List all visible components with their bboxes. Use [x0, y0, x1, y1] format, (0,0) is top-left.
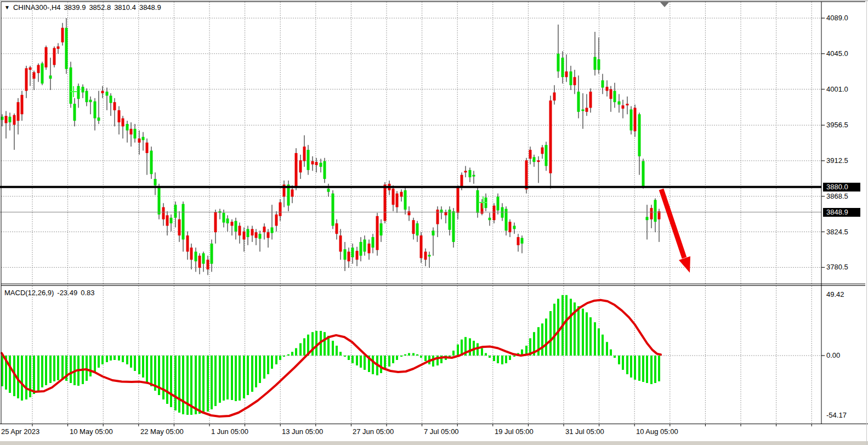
- candle-body: [646, 217, 649, 220]
- macd-bar: [219, 356, 221, 403]
- macd-bar: [392, 356, 394, 363]
- macd-bar: [299, 343, 302, 356]
- symbol-dropdown-icon: ▼: [4, 4, 10, 11]
- candle-body: [154, 179, 157, 185]
- candle-body: [473, 175, 475, 177]
- candle-body: [570, 71, 572, 85]
- candle-body: [142, 137, 145, 140]
- candle-body: [372, 237, 375, 247]
- macd-bar: [267, 356, 269, 374]
- candle-body: [295, 153, 298, 187]
- candle-body: [259, 234, 262, 239]
- candle-body: [251, 229, 254, 235]
- macd-bar: [424, 356, 427, 361]
- ohlc-open: 3839.9: [64, 3, 86, 12]
- macd-bar: [630, 356, 632, 378]
- candle-body: [182, 204, 185, 240]
- candle-body: [445, 212, 447, 215]
- macd-bar: [545, 319, 547, 356]
- macd-bar: [33, 356, 35, 394]
- macd-bar: [259, 356, 261, 383]
- candle-body: [223, 213, 225, 223]
- candle-body: [565, 71, 568, 77]
- macd-bar: [336, 346, 338, 356]
- candle-body: [13, 115, 16, 125]
- macd-bar: [182, 356, 184, 414]
- macd-bar: [570, 299, 572, 356]
- macd-bar: [501, 356, 503, 364]
- macd-bar: [457, 345, 459, 356]
- candle-body: [186, 235, 189, 251]
- candle-body: [134, 129, 137, 139]
- candle-body: [150, 151, 153, 174]
- candle-body: [114, 102, 116, 110]
- candle-body: [537, 160, 540, 162]
- candle-body: [33, 72, 36, 79]
- ohlc-close: 3848.9: [139, 3, 161, 12]
- candle-body: [618, 102, 621, 105]
- candle-body: [404, 190, 407, 210]
- candle-body: [29, 67, 32, 70]
- candle-body: [82, 87, 84, 92]
- candle-body: [420, 235, 423, 258]
- macd-bar: [263, 356, 265, 379]
- candle-body: [263, 227, 266, 232]
- macd-bar: [291, 352, 293, 356]
- macd-bar: [61, 356, 64, 380]
- candle-body: [70, 67, 72, 104]
- candle-body: [162, 207, 165, 219]
- macd-bar: [650, 356, 653, 384]
- macd-bar: [170, 356, 172, 407]
- macd-bar: [122, 356, 124, 362]
- candle-body: [457, 188, 459, 213]
- macd-bar: [255, 356, 257, 387]
- macd-bar: [489, 356, 491, 358]
- candle-body: [17, 102, 20, 121]
- macd-bar: [557, 299, 559, 356]
- macd-bar: [380, 356, 382, 373]
- candle-body: [98, 117, 100, 121]
- candle-body: [384, 184, 387, 221]
- macd-bar: [606, 342, 608, 356]
- candle-body: [271, 227, 274, 233]
- candle-body: [158, 187, 161, 215]
- macd-bar: [400, 356, 402, 357]
- candle-body: [376, 216, 379, 250]
- candle-body: [557, 54, 560, 71]
- macd-bar: [324, 332, 326, 356]
- macd-bar: [602, 335, 604, 356]
- macd-bar: [493, 356, 495, 361]
- symbol-header: ▼ CHINA300-,H4 3839.9 3852.8 3810.4 3848…: [4, 3, 161, 12]
- candle-body: [299, 160, 302, 172]
- candle-body: [469, 170, 472, 177]
- candle-body: [513, 226, 516, 229]
- candle-body: [255, 232, 258, 238]
- macd-bar: [541, 324, 543, 356]
- macd-bar: [497, 356, 499, 363]
- macd-bar: [420, 356, 422, 358]
- candle-body: [226, 218, 229, 223]
- window-chrome-strip: [0, 441, 868, 445]
- candle-body: [461, 175, 463, 187]
- indicator-label: MACD(12,26,9) -23.49 0.83: [4, 289, 95, 297]
- candle-body: [432, 230, 435, 235]
- macd-bar: [332, 341, 334, 356]
- macd-bar: [226, 356, 229, 399]
- candle-body: [146, 143, 149, 153]
- candle-body: [351, 247, 354, 257]
- macd-bar: [344, 356, 346, 357]
- candle-body: [202, 254, 205, 264]
- macd-bar: [57, 356, 59, 380]
- candle-body: [41, 63, 44, 83]
- macd-bar: [49, 356, 52, 383]
- price-chart-canvas[interactable]: [0, 0, 868, 445]
- candle-body: [642, 161, 645, 187]
- macd-bar: [86, 356, 88, 381]
- candle-body: [594, 57, 597, 70]
- candle-body: [315, 162, 318, 165]
- candle-body: [493, 206, 496, 221]
- candle-body: [392, 189, 395, 205]
- candle-body: [452, 211, 455, 242]
- macd-bar: [150, 356, 152, 386]
- candle-body: [320, 163, 322, 167]
